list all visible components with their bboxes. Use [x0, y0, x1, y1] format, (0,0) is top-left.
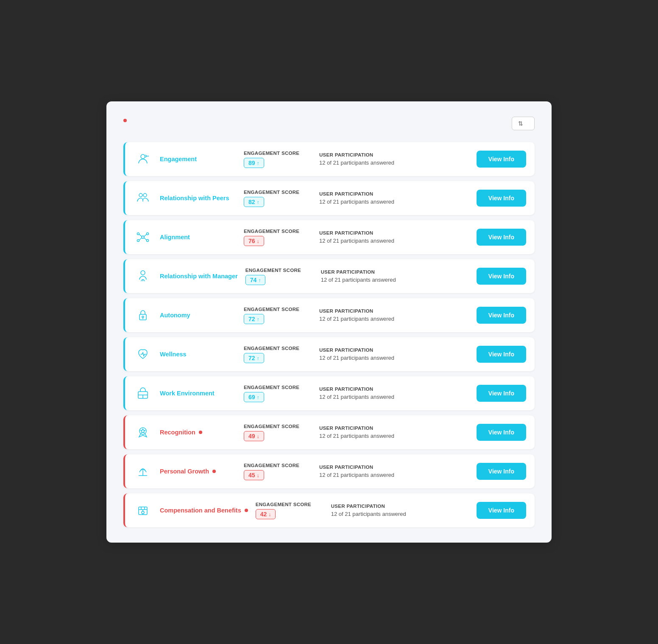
view-info-button-autonomy[interactable]: View Info	[477, 307, 526, 324]
category-card-relationship-peers: Relationship with Peers Engagement Score…	[123, 181, 535, 215]
sort-icon: ⇅	[518, 120, 523, 127]
participation-label: User Participation	[319, 426, 469, 431]
category-name-wrap: Work Environment	[160, 390, 236, 397]
score-label: Engagement Score	[244, 424, 312, 429]
arrow-down-icon	[268, 511, 271, 518]
view-info-button-alignment[interactable]: View Info	[477, 229, 526, 246]
participation-label: User Participation	[331, 504, 469, 509]
category-name-wrap: Engagement	[160, 156, 236, 162]
score-label: Engagement Score	[256, 502, 323, 507]
score-value: 49	[244, 431, 264, 441]
participation-value: 12 of 21 participants answered	[319, 238, 469, 244]
category-card-wellness: Wellness Engagement Score 72 User Partic…	[123, 337, 535, 371]
compensation-icon	[134, 501, 152, 520]
score-value: 72	[244, 314, 264, 324]
participation-value: 12 of 21 participants answered	[319, 394, 469, 400]
sort-button[interactable]: ⇅	[512, 117, 535, 130]
view-info-button-compensation[interactable]: View Info	[477, 502, 526, 519]
category-name: Autonomy	[160, 312, 190, 319]
category-name: Wellness	[160, 351, 187, 358]
score-section: Engagement Score 74	[245, 268, 313, 285]
view-info-button-relationship-peers[interactable]: View Info	[477, 190, 526, 207]
svg-point-15	[142, 316, 144, 318]
work-environment-icon	[134, 384, 152, 403]
arrow-down-icon	[257, 238, 259, 244]
arrow-up-icon	[257, 316, 259, 322]
participation-section: User Participation 12 of 21 participants…	[319, 347, 469, 361]
score-value: 72	[244, 353, 264, 363]
category-card-relationship-manager: Relationship with Manager Engagement Sco…	[123, 259, 535, 293]
view-info-button-recognition[interactable]: View Info	[477, 424, 526, 441]
category-name-wrap: Recognition	[160, 429, 236, 436]
score-label: Engagement Score	[244, 346, 312, 351]
score-section: Engagement Score 72	[244, 346, 312, 363]
score-value: 42	[256, 509, 276, 519]
arrow-up-icon	[258, 277, 261, 283]
participation-section: User Participation 12 of 21 participants…	[319, 308, 469, 322]
category-card-compensation: Compensation and Benefits Engagement Sco…	[123, 493, 535, 527]
view-info-button-relationship-manager[interactable]: View Info	[477, 268, 526, 285]
view-info-button-wellness[interactable]: View Info	[477, 346, 526, 363]
score-label: Engagement Score	[244, 229, 312, 234]
participation-value: 12 of 21 participants answered	[321, 277, 469, 283]
participation-section: User Participation 12 of 21 participants…	[321, 269, 469, 283]
score-section: Engagement Score 76	[244, 229, 312, 246]
svg-point-1	[139, 193, 142, 197]
participation-label: User Participation	[319, 191, 469, 196]
svg-line-8	[139, 234, 142, 237]
view-info-button-work-environment[interactable]: View Info	[477, 385, 526, 402]
page-header: ⇅	[123, 117, 535, 130]
arrow-down-icon	[257, 433, 259, 440]
score-value: 76	[244, 236, 264, 246]
score-label: Engagement Score	[244, 190, 312, 195]
category-name-wrap: Compensation and Benefits	[160, 507, 248, 514]
score-value: 45	[244, 470, 264, 480]
arrow-up-icon	[257, 355, 259, 361]
category-name-wrap: Personal Growth	[160, 468, 236, 475]
category-name-wrap: Relationship with Manager	[160, 273, 238, 280]
score-section: Engagement Score 82	[244, 190, 312, 207]
score-label: Engagement Score	[244, 385, 312, 390]
personal-growth-icon	[134, 462, 152, 481]
score-section: Engagement Score 42	[256, 502, 323, 519]
alignment-icon	[134, 228, 152, 246]
category-name: Personal Growth	[160, 468, 209, 475]
participation-section: User Participation 12 of 21 participants…	[319, 152, 469, 166]
score-label: Engagement Score	[244, 307, 312, 312]
score-label: Engagement Score	[244, 463, 312, 468]
score-section: Engagement Score 69	[244, 385, 312, 402]
view-info-button-personal-growth[interactable]: View Info	[477, 463, 526, 480]
category-name-wrap: Wellness	[160, 351, 236, 358]
category-card-engagement: Engagement Engagement Score 89 User Part…	[123, 142, 535, 176]
participation-value: 12 of 21 participants answered	[319, 433, 469, 439]
autonomy-icon	[134, 306, 152, 325]
participation-value: 12 of 21 participants answered	[319, 199, 469, 205]
category-list: Engagement Engagement Score 89 User Part…	[123, 142, 535, 527]
svg-point-2	[143, 193, 147, 197]
engagement-icon	[134, 150, 152, 168]
participation-label: User Participation	[319, 465, 469, 470]
participation-value: 12 of 21 participants answered	[319, 355, 469, 361]
category-name-wrap: Alignment	[160, 234, 236, 241]
category-card-recognition: Recognition Engagement Score 49 User Par…	[123, 415, 535, 449]
low-performance-dot	[245, 509, 248, 512]
score-section: Engagement Score 72	[244, 307, 312, 324]
page-subtitle	[123, 119, 129, 122]
wellness-icon	[134, 345, 152, 364]
participation-section: User Participation 12 of 21 participants…	[319, 386, 469, 400]
score-value: 89	[244, 158, 264, 168]
category-card-work-environment: Work Environment Engagement Score 69 Use…	[123, 376, 535, 410]
participation-section: User Participation 12 of 21 participants…	[319, 191, 469, 205]
category-name: Alignment	[160, 234, 190, 241]
arrow-up-icon	[257, 199, 259, 205]
manager-icon	[134, 267, 152, 286]
category-name: Engagement	[160, 156, 197, 162]
svg-point-25	[142, 511, 144, 514]
view-info-button-engagement[interactable]: View Info	[477, 151, 526, 168]
participation-section: User Participation 12 of 21 participants…	[319, 426, 469, 439]
header-text	[123, 117, 129, 122]
score-label: Engagement Score	[245, 268, 313, 273]
score-value: 69	[244, 392, 264, 402]
participation-label: User Participation	[321, 269, 469, 274]
svg-point-3	[142, 236, 144, 238]
